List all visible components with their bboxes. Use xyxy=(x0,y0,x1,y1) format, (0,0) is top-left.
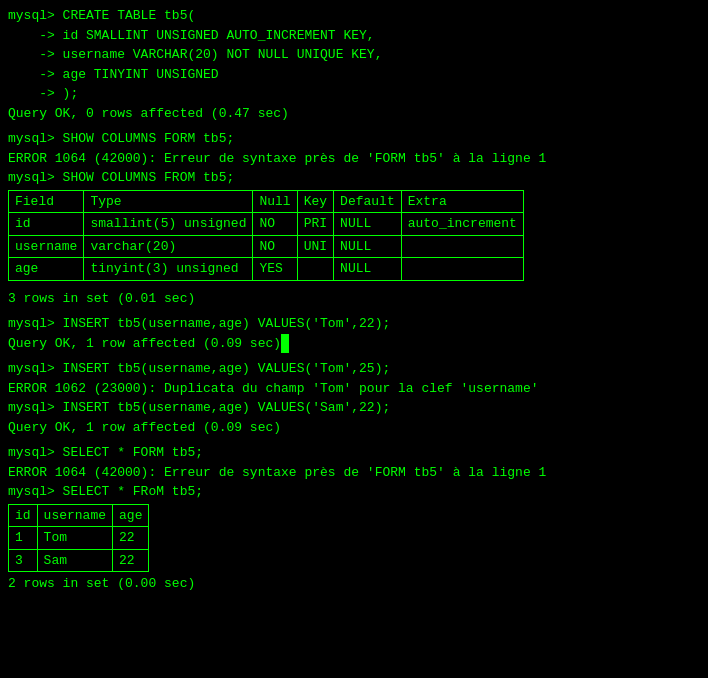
table-row: age tinyint(3) unsigned YES NULL xyxy=(9,258,524,281)
row2-age: 22 xyxy=(113,549,149,572)
table-row: id smallint(5) unsigned NO PRI NULL auto… xyxy=(9,213,524,236)
type-id: smallint(5) unsigned xyxy=(84,213,253,236)
default-age: NULL xyxy=(334,258,402,281)
create-table-line3: -> username VARCHAR(20) NOT NULL UNIQUE … xyxy=(8,45,700,65)
insert-tom25-error: ERROR 1062 (23000): Duplicata du champ '… xyxy=(8,379,700,399)
select-from-cmd: mysql> SELECT * FRoM tb5; xyxy=(8,482,700,502)
null-age: YES xyxy=(253,258,297,281)
show-columns-form-error: ERROR 1064 (42000): Erreur de syntaxe pr… xyxy=(8,149,700,169)
insert-sam22-cmd: mysql> INSERT tb5(username,age) VALUES('… xyxy=(8,398,700,418)
create-table-line5: -> ); xyxy=(8,84,700,104)
field-id: id xyxy=(9,213,84,236)
select-result-table: id username age 1 Tom 22 3 Sam 22 xyxy=(8,504,700,573)
key-id: PRI xyxy=(297,213,333,236)
field-username: username xyxy=(9,235,84,258)
insert-tom22-result: Query OK, 1 row affected (0.09 sec) xyxy=(8,334,700,354)
row1-id: 1 xyxy=(9,527,38,550)
table-row: username varchar(20) NO UNI NULL xyxy=(9,235,524,258)
terminal-cursor xyxy=(281,334,289,354)
default-username: NULL xyxy=(334,235,402,258)
row1-username: Tom xyxy=(37,527,112,550)
select-col-username: username xyxy=(37,504,112,527)
col-header-extra: Extra xyxy=(401,190,523,213)
col-header-type: Type xyxy=(84,190,253,213)
default-id: NULL xyxy=(334,213,402,236)
select-col-age: age xyxy=(113,504,149,527)
create-table-result: Query OK, 0 rows affected (0.47 sec) xyxy=(8,104,700,124)
terminal: mysql> CREATE TABLE tb5( -> id SMALLINT … xyxy=(8,6,700,594)
create-table-line4: -> age TINYINT UNSIGNED xyxy=(8,65,700,85)
key-age xyxy=(297,258,333,281)
select-result-count: 2 rows in set (0.00 sec) xyxy=(8,574,700,594)
type-username: varchar(20) xyxy=(84,235,253,258)
null-id: NO xyxy=(253,213,297,236)
create-table-line1: mysql> CREATE TABLE tb5( xyxy=(8,6,700,26)
create-table-line2: -> id SMALLINT UNSIGNED AUTO_INCREMENT K… xyxy=(8,26,700,46)
field-age: age xyxy=(9,258,84,281)
col-header-field: Field xyxy=(9,190,84,213)
row1-age: 22 xyxy=(113,527,149,550)
null-username: NO xyxy=(253,235,297,258)
insert-sam22-result: Query OK, 1 row affected (0.09 sec) xyxy=(8,418,700,438)
row2-username: Sam xyxy=(37,549,112,572)
select-form-error: ERROR 1064 (42000): Erreur de syntaxe pr… xyxy=(8,463,700,483)
show-columns-form-cmd: mysql> SHOW COLUMNS FORM tb5; xyxy=(8,129,700,149)
insert-tom22-cmd: mysql> INSERT tb5(username,age) VALUES('… xyxy=(8,314,700,334)
select-col-id: id xyxy=(9,504,38,527)
extra-id: auto_increment xyxy=(401,213,523,236)
type-age: tinyint(3) unsigned xyxy=(84,258,253,281)
table-row: 3 Sam 22 xyxy=(9,549,149,572)
table-row: 1 Tom 22 xyxy=(9,527,149,550)
row2-id: 3 xyxy=(9,549,38,572)
select-form-cmd: mysql> SELECT * FORM tb5; xyxy=(8,443,700,463)
extra-age xyxy=(401,258,523,281)
extra-username xyxy=(401,235,523,258)
show-columns-from-cmd: mysql> SHOW COLUMNS FROM tb5; xyxy=(8,168,700,188)
col-header-key: Key xyxy=(297,190,333,213)
col-header-null: Null xyxy=(253,190,297,213)
show-columns-table: Field Type Null Key Default Extra id sma… xyxy=(8,190,700,281)
insert-tom25-cmd: mysql> INSERT tb5(username,age) VALUES('… xyxy=(8,359,700,379)
show-columns-result: 3 rows in set (0.01 sec) xyxy=(8,289,700,309)
key-username: UNI xyxy=(297,235,333,258)
col-header-default: Default xyxy=(334,190,402,213)
